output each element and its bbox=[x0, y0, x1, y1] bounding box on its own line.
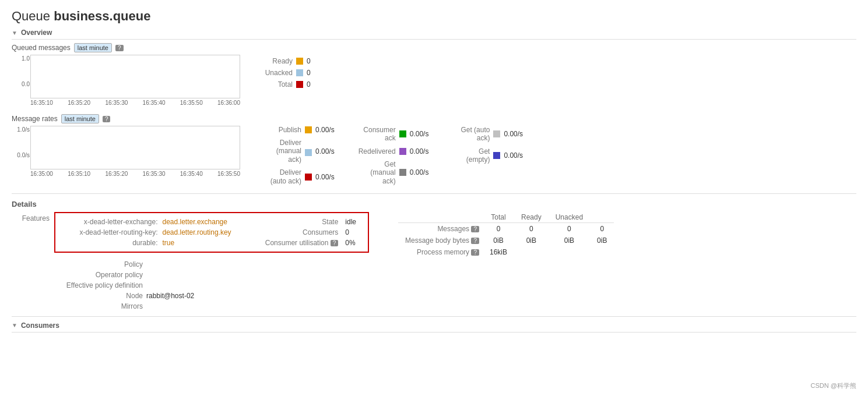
mirrors-row: Mirrors bbox=[55, 302, 856, 310]
features-label: Features bbox=[12, 212, 50, 222]
message-rates-chart: 1.0/s 0.0/s bbox=[30, 126, 240, 169]
features-table: x-dead-letter-exchange: dead.letter.exch… bbox=[61, 217, 362, 248]
divider-2 bbox=[12, 316, 856, 317]
details-label: Details bbox=[12, 200, 856, 208]
ready-color-icon bbox=[296, 58, 303, 65]
rates-deliver-manual-row: Deliver(manualack) 0.00/s bbox=[258, 139, 335, 164]
rates-get-auto-row: Get (autoack) 0.00/s bbox=[446, 126, 523, 143]
stats-table: Total Ready Unacked Messages ? 0 0 0 0 bbox=[398, 212, 614, 258]
rates-deliver-auto-row: Deliver(auto ack) 0.00/s bbox=[258, 168, 335, 185]
consumers-section-header: ▼ Consumers bbox=[12, 321, 856, 333]
rates-consumer-ack-row: Consumerack 0.00/s bbox=[352, 126, 429, 143]
consumers-section: ▼ Consumers bbox=[12, 321, 856, 333]
queued-messages-badge[interactable]: last minute bbox=[74, 43, 112, 52]
unacked-color-icon bbox=[296, 69, 303, 76]
get-auto-color-icon bbox=[493, 130, 500, 137]
consumers-label: Consumers bbox=[21, 321, 59, 330]
legend-row-ready: Ready 0 bbox=[258, 57, 321, 65]
queued-messages-y-labels: 1.0 0.0 bbox=[15, 55, 30, 87]
rates-get-empty-row: Get(empty) 0.00/s bbox=[446, 147, 523, 164]
overview-label: Overview bbox=[21, 29, 52, 37]
stats-area: Total Ready Unacked Messages ? 0 0 0 0 bbox=[386, 212, 614, 258]
features-box: x-dead-letter-exchange: dead.letter.exch… bbox=[54, 212, 369, 253]
deliver-auto-color-icon bbox=[305, 174, 312, 181]
page-container: Queue business.queue ▼ Overview Queued m… bbox=[0, 0, 868, 345]
rates-col-2: Consumerack 0.00/s Redelivered 0.00/s Ge… bbox=[352, 126, 429, 185]
stats-body-bytes-row: Message body bytes ? 0iB 0iB 0iB 0iB bbox=[398, 235, 614, 246]
stats-process-memory-row: Process memory ? 16kiB bbox=[398, 246, 614, 258]
deliver-manual-color-icon bbox=[305, 149, 312, 156]
stats-header-row: Total Ready Unacked bbox=[398, 212, 614, 223]
message-rates-chart-wrapper: 1.0/s 0.0/s 16:35:00 16:35:10 16:35:20 1… bbox=[30, 126, 240, 177]
message-rates-question[interactable]: ? bbox=[103, 116, 111, 122]
legend-row-unacked: Unacked 0 bbox=[258, 69, 321, 77]
details-section: Details Features x-dead-letter-exchange:… bbox=[12, 200, 856, 310]
policy-row: Policy bbox=[55, 260, 856, 268]
message-rates-y-labels: 1.0/s 0.0/s bbox=[15, 126, 30, 158]
get-empty-color-icon bbox=[493, 152, 500, 159]
features-row-2: x-dead-letter-routing-key: dead.letter.r… bbox=[61, 227, 362, 238]
queued-messages-area: Queued messages last minute ? 1.0 0.0 16… bbox=[12, 43, 856, 106]
redelivered-color-icon bbox=[399, 148, 406, 155]
node-row: Node rabbit@host-02 bbox=[55, 292, 856, 300]
effective-policy-row: Effective policy definition bbox=[55, 281, 856, 289]
message-rates-area: Message rates last minute ? 1.0/s 0.0/s … bbox=[12, 114, 856, 185]
rates-get-manual-row: Get(manualack) 0.00/s bbox=[352, 160, 429, 185]
message-rates-x-labels: 16:35:00 16:35:10 16:35:20 16:35:30 16:3… bbox=[30, 171, 240, 177]
message-rates-label: Message rates bbox=[12, 115, 58, 123]
operator-policy-row: Operator policy bbox=[55, 271, 856, 279]
stats-messages-row: Messages ? 0 0 0 0 bbox=[398, 222, 614, 235]
features-row-1: x-dead-letter-exchange: dead.letter.exch… bbox=[61, 217, 362, 227]
rates-col-1: Publish 0.00/s Deliver(manualack) 0.00/s… bbox=[258, 126, 335, 185]
legend-row-total: Total 0 bbox=[258, 80, 321, 89]
queued-messages-chart: 1.0 0.0 bbox=[30, 55, 240, 98]
features-area: Features x-dead-letter-exchange: dead.le… bbox=[12, 212, 369, 253]
details-main-row: Features x-dead-letter-exchange: dead.le… bbox=[12, 212, 856, 258]
publish-color-icon bbox=[305, 126, 312, 133]
overview-triangle-icon: ▼ bbox=[12, 30, 17, 36]
queued-messages-legend: Ready 0 Unacked 0 Total 0 bbox=[258, 55, 321, 89]
consumers-triangle-icon: ▼ bbox=[12, 322, 17, 328]
watermark: CSDN @科学熊 bbox=[811, 381, 856, 390]
policy-rows: Policy Operator policy Effective policy … bbox=[55, 260, 856, 310]
rates-redelivered-row: Redelivered 0.00/s bbox=[352, 147, 429, 155]
page-title: Queue business.queue bbox=[12, 9, 856, 24]
message-rates-chart-legend: 1.0/s 0.0/s 16:35:00 16:35:10 16:35:20 1… bbox=[12, 126, 856, 185]
consumer-ack-color-icon bbox=[399, 130, 406, 137]
queued-messages-question[interactable]: ? bbox=[115, 45, 124, 51]
rates-publish-row: Publish 0.00/s bbox=[258, 126, 335, 134]
features-row-3: durable: true Consumer utilisation ? 0% bbox=[61, 238, 362, 248]
queued-messages-label: Queued messages bbox=[12, 44, 71, 52]
divider-1 bbox=[12, 193, 856, 194]
overview-section-header: ▼ Overview bbox=[12, 29, 856, 40]
message-rates-badge[interactable]: last minute bbox=[61, 114, 99, 123]
rates-col-3: Get (autoack) 0.00/s Get(empty) 0.00/s bbox=[446, 126, 523, 164]
queued-messages-x-labels: 16:35:10 16:35:20 16:35:30 16:35:40 16:3… bbox=[30, 100, 240, 106]
get-manual-color-icon bbox=[399, 169, 406, 176]
queued-messages-chart-legend: 1.0 0.0 16:35:10 16:35:20 16:35:30 16:35… bbox=[12, 55, 856, 106]
total-color-icon bbox=[296, 81, 303, 88]
queued-messages-chart-wrapper: 1.0 0.0 16:35:10 16:35:20 16:35:30 16:35… bbox=[30, 55, 240, 106]
